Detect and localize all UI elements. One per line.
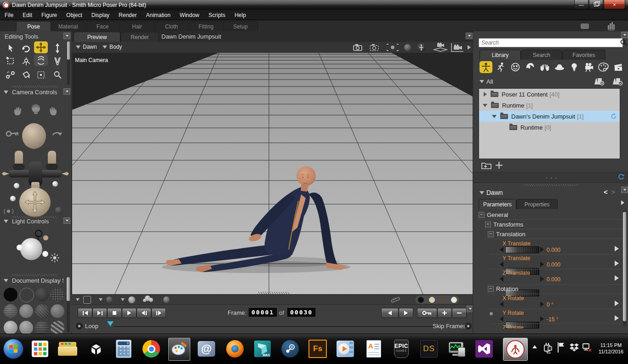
element-style-ball-icon[interactable] — [128, 296, 135, 303]
search-icon[interactable] — [620, 39, 627, 46]
category-lights[interactable] — [568, 61, 581, 73]
taskbar-wordpad[interactable]: A — [363, 338, 384, 360]
delete-keyframe-button[interactable] — [452, 308, 467, 318]
dial-options-arrow[interactable] — [615, 301, 619, 306]
total-frames-field[interactable]: 00030 — [287, 308, 315, 317]
panel-drag-handle[interactable] — [11, 85, 57, 88]
dial-options-arrow[interactable] — [615, 275, 619, 281]
style-hidden-line[interactable] — [51, 288, 64, 301]
dial-value-x-translate[interactable]: 0.000 — [547, 247, 560, 253]
translation-collapse-box[interactable]: − — [488, 231, 494, 237]
menu-edit[interactable]: Edit — [18, 12, 37, 18]
style-wireframe[interactable] — [35, 288, 49, 301]
tab-preview[interactable]: Preview — [74, 32, 120, 42]
panel-drag-handle[interactable] — [524, 184, 579, 186]
dial-increment[interactable] — [540, 316, 544, 322]
parameters-scrollbar[interactable] — [623, 210, 626, 326]
dial-decrement[interactable] — [500, 262, 503, 267]
start-button[interactable] — [3, 338, 24, 360]
tab-library[interactable]: Library — [480, 50, 521, 60]
close-button[interactable]: × — [604, 0, 625, 9]
taskbar-epic-games[interactable]: EPIC GAMES — [391, 338, 412, 360]
taper-tool[interactable] — [51, 55, 64, 67]
dial-name-y-translate[interactable]: Y Translate — [502, 255, 530, 262]
stop-button[interactable] — [107, 308, 122, 318]
taskbar-app-grid[interactable] — [29, 338, 51, 360]
toolbar-overflow-arrow[interactable] — [468, 45, 471, 50]
figure-style-ball-icon[interactable] — [106, 296, 113, 303]
style-outline[interactable] — [19, 288, 34, 302]
tree-row-runtime-child[interactable]: Runtime [0] — [479, 122, 620, 133]
tab-face[interactable]: Face — [85, 21, 120, 32]
panel-drag-handle[interactable] — [11, 274, 57, 276]
menu-scripts[interactable]: Scripts — [204, 12, 230, 18]
add-library-icon[interactable] — [594, 77, 605, 85]
menu-window[interactable]: Window — [175, 12, 204, 18]
view-magnifier-tool[interactable] — [51, 69, 64, 81]
light-controls-menu-button[interactable] — [63, 217, 70, 224]
current-frame-field[interactable]: 00001 — [249, 308, 277, 317]
skip-frames-radio[interactable] — [465, 323, 472, 330]
camera-select-indicator[interactable]: ( ) — [4, 208, 14, 214]
section-translation[interactable]: Translation — [496, 231, 525, 238]
rotation-collapse-box[interactable]: − — [488, 286, 494, 292]
dial-value-z-translate[interactable]: 0.000 — [547, 276, 560, 283]
light-dot-upper-right[interactable] — [43, 235, 48, 240]
transforms-collapse-box[interactable]: − — [485, 222, 491, 228]
tree-label[interactable]: Runtime — [502, 102, 524, 109]
first-frame-button[interactable] — [78, 308, 92, 318]
collapse-icon[interactable] — [483, 104, 487, 107]
key-camera-icon[interactable] — [6, 130, 20, 138]
style-cartoon[interactable] — [51, 304, 64, 318]
tray-clock[interactable]: 11:15 PM 11/12/2016 — [596, 342, 626, 355]
taskbar-media-player[interactable] — [335, 338, 356, 360]
figure-dropdown[interactable]: Dawn — [76, 44, 97, 50]
menu-animation[interactable]: Animation — [141, 12, 175, 18]
style-single-ball-icon[interactable] — [163, 296, 170, 303]
action-flag-icon[interactable] — [556, 341, 565, 353]
document-menu-button[interactable] — [466, 33, 473, 39]
camera-dolly-ball[interactable] — [14, 183, 19, 188]
dial-decrement[interactable] — [500, 316, 503, 322]
display-style-collapse-icon[interactable] — [4, 279, 8, 282]
category-materials[interactable] — [597, 61, 610, 73]
general-collapse-box[interactable]: − — [479, 212, 485, 218]
rotate-camera-icon[interactable] — [51, 131, 63, 137]
taskbar-steam[interactable] — [280, 338, 301, 360]
camera-plane-icon[interactable] — [433, 42, 448, 52]
chain-break-tool[interactable] — [4, 69, 17, 81]
title-bar[interactable]: Dawn Denim Jumpsuit - Smith Micro Poser … — [0, 0, 628, 10]
dial-options-arrow[interactable] — [615, 246, 619, 251]
expand-icon[interactable] — [484, 92, 487, 97]
light-dot-left[interactable] — [17, 245, 23, 250]
light-dot-top[interactable] — [35, 230, 42, 237]
next-actor-button[interactable]: > — [611, 188, 615, 196]
dial-x-translate[interactable] — [505, 246, 539, 253]
scale-tool[interactable] — [4, 55, 17, 67]
left-hand-camera-icon[interactable] — [12, 105, 24, 117]
tab-parameters[interactable]: Parameters — [479, 199, 516, 209]
search-input[interactable] — [479, 38, 623, 47]
tab-favorites[interactable]: Favorites — [562, 50, 605, 60]
taskbar-unity[interactable] — [86, 338, 107, 360]
morph-tool[interactable] — [34, 54, 48, 66]
dial-name-x-rotate[interactable]: X Rotate — [502, 295, 524, 301]
category-expressions[interactable] — [509, 61, 522, 73]
camera-frame-icon[interactable] — [450, 42, 465, 52]
color-swatch-background[interactable] — [429, 297, 435, 303]
color-swatch-ground[interactable] — [451, 297, 457, 303]
style-flat-shaded[interactable] — [19, 304, 33, 318]
prev-actor-button[interactable]: < — [604, 188, 608, 196]
sun-icon[interactable] — [50, 253, 60, 263]
editing-tools-scrollbar[interactable] — [67, 41, 70, 85]
tab-cloth[interactable]: Cloth — [154, 21, 189, 32]
edit-pencil-icon[interactable] — [390, 296, 400, 303]
viewport-drag-handle[interactable] — [257, 292, 290, 294]
taskbar-visual-studio[interactable] — [474, 338, 495, 360]
style-flat-lined[interactable] — [35, 304, 49, 318]
group-edit-tool[interactable] — [34, 69, 48, 81]
camera-scale-ball[interactable] — [52, 181, 58, 187]
camera-controls-collapse-icon[interactable] — [4, 91, 8, 94]
prev-frame-button[interactable] — [137, 308, 151, 318]
tree-row-runtime[interactable]: Runtime [1] — [479, 100, 620, 111]
